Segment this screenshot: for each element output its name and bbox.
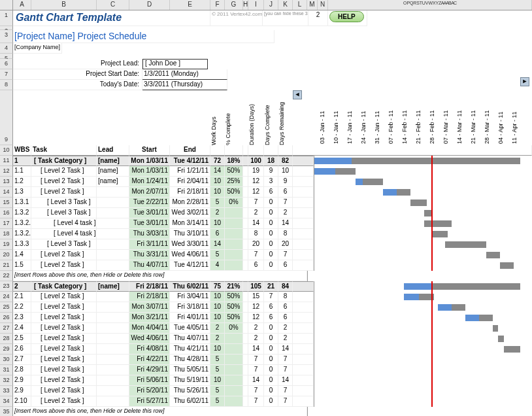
table-row[interactable]: 14 1.3 [ Level 2 Task ] Mon 2/07/11 Fri …: [0, 187, 532, 198]
col-A[interactable]: A: [13, 0, 31, 10]
gantt-bar: [500, 262, 514, 269]
project-start-value[interactable]: 1/3/2011 (Monday): [142, 69, 227, 80]
table-row[interactable]: 21 1.5 [ Level 2 Task ] Thu 4/07/11 Tue …: [0, 260, 532, 271]
date-header: 11 - Apr - 11: [511, 99, 525, 145]
help-button[interactable]: HELP: [329, 11, 364, 22]
project-lead-label: Project Lead:: [13, 59, 142, 69]
header-wbs: WBS: [13, 145, 31, 156]
gantt-bar: [410, 199, 427, 206]
today-line: [431, 355, 433, 365]
date-header: 28 - Feb - 11: [429, 99, 442, 145]
col-J[interactable]: J: [264, 0, 278, 10]
gantt-progress: [404, 283, 431, 290]
today-line: [431, 187, 433, 198]
col-E[interactable]: E: [170, 0, 210, 10]
date-header: 10 - Jan - 11: [333, 99, 346, 145]
date-header: 14 - Feb - 11: [401, 99, 415, 145]
table-row[interactable]: 31 2.8 [ Level 2 Task ] Fri 4/29/11 Thu …: [0, 365, 532, 375]
col-C[interactable]: C: [97, 0, 129, 10]
header-lead: Lead: [97, 145, 129, 156]
today-line: [431, 365, 433, 375]
project-start-label: Project Start Date:: [13, 69, 142, 80]
date-header: 07 - Feb - 11: [388, 99, 401, 145]
gantt-bar: [504, 346, 520, 353]
table-row[interactable]: 20 1.4 [ Level 2 Task ] Thu 3/31/11 Wed …: [0, 250, 532, 260]
page-title: Gantt Chart Template: [13, 10, 210, 26]
today-line: [431, 166, 433, 177]
today-line: [431, 396, 433, 407]
table-row[interactable]: 13 1.2 [ Level 2 Task ] [name] Mon 1/24/…: [0, 177, 532, 187]
project-lead-value[interactable]: [ John Doe ]: [142, 59, 208, 69]
table-row[interactable]: 33 2.9 [ Level 2 Task ] Fri 5/20/11 Thu …: [0, 386, 532, 396]
table-row[interactable]: 18 1.3.2.2 [ Level 4 task ] Thu 3/03/11 …: [0, 229, 532, 239]
gantt-progress: [404, 294, 419, 300]
table-row[interactable]: 19 1.3.3 [ Level 3 Task ] Fri 3/11/11 We…: [0, 239, 532, 250]
company-name: [Company Name]: [13, 43, 62, 54]
today-line: [431, 334, 433, 344]
today-line: [431, 375, 433, 386]
table-row[interactable]: 25 2.2 [ Level 2 Task ] Mon 3/07/11 Fri …: [0, 302, 532, 313]
today-line: [431, 198, 433, 208]
table-row[interactable]: 12 1.1 [ Level 2 Task ] [name] Mon 1/03/…: [0, 166, 532, 177]
gantt-bar: [424, 210, 431, 217]
scroll-left-icon[interactable]: ◄: [293, 90, 302, 99]
table-row[interactable]: 11 1 [ Task Category ] [name] Mon 1/03/1…: [0, 156, 532, 166]
table-row[interactable]: 27 2.4 [ Level 2 Task ] Mon 4/04/11 Tue …: [0, 323, 532, 334]
today-line: [431, 313, 433, 323]
col-N[interactable]: N: [318, 0, 328, 10]
header-start: Start: [129, 145, 170, 156]
col-H[interactable]: H: [243, 0, 248, 10]
col-B[interactable]: B: [31, 0, 97, 10]
col-M[interactable]: M: [307, 0, 318, 10]
hide-hint: [you can hide these 3 columns]: [263, 10, 308, 26]
today-line: [431, 344, 433, 355]
header-workdays: Work Days: [210, 99, 225, 145]
header-duration: Duration (Days): [248, 99, 264, 145]
gantt-bar: [424, 220, 452, 227]
today-value[interactable]: 3/3/2011 (Thursday): [142, 80, 227, 90]
gantt-progress: [314, 158, 352, 164]
table-row[interactable]: 34 2.10 [ Level 2 Task ] Fri 5/27/11 Thu…: [0, 396, 532, 407]
today-label: Today's Date:: [13, 80, 142, 90]
column-headers: A B C D E F G H I J K L M N O P Q R S T …: [0, 0, 532, 10]
today-line: [431, 229, 433, 239]
table-row[interactable]: 16 1.3.2 [ Level 3 Task ] Tue 3/01/11 We…: [0, 208, 532, 218]
date-header: 28 - Mar - 11: [484, 99, 497, 145]
table-row[interactable]: 23 2 [ Task Category ] [name] Fri 2/18/1…: [0, 281, 532, 292]
scroll-right-icon[interactable]: ►: [520, 77, 529, 86]
gantt-bar: [445, 241, 486, 248]
row-header[interactable]: 1: [0, 10, 13, 26]
table-row[interactable]: 30 2.7 [ Level 2 Task ] Fri 4/22/11 Thu …: [0, 355, 532, 365]
table-row[interactable]: 32 2.9 [ Level 2 Task ] Fri 5/06/11 Thu …: [0, 375, 532, 386]
col-D[interactable]: D: [129, 0, 170, 10]
col-I[interactable]: I: [248, 0, 264, 10]
today-line: [431, 323, 433, 334]
schedule-title: [Project Name] Project Schedule: [13, 30, 274, 43]
header-daysrem: Days Remaining: [278, 99, 293, 145]
table-row[interactable]: 26 2.3 [ Level 2 Task ] Mon 3/21/11 Fri …: [0, 313, 532, 323]
table-row[interactable]: 17 1.3.2.1 [ Level 4 task ] Tue 3/01/11 …: [0, 218, 532, 229]
gantt-progress: [465, 315, 479, 321]
gantt-bar: [431, 231, 448, 237]
today-line: [431, 208, 433, 218]
date-header: 07 - Mar - 11: [442, 99, 456, 145]
table-row[interactable]: 35 [Insert Rows above this one, then Hid…: [0, 407, 532, 416]
date-header: 21 - Feb - 11: [415, 99, 429, 145]
table-row[interactable]: 24 2.1 [ Level 2 Task ] Fri 2/18/11 Fri …: [0, 292, 532, 302]
col-L[interactable]: L: [293, 0, 307, 10]
col-G[interactable]: G: [225, 0, 243, 10]
today-line: [431, 239, 433, 250]
header-pct: % Complete: [225, 99, 243, 145]
today-line: [431, 302, 433, 313]
gantt-progress: [314, 168, 335, 175]
gantt-bar: [493, 325, 498, 332]
table-row[interactable]: 28 2.5 [ Level 2 Task ] Wed 4/06/11 Thu …: [0, 334, 532, 344]
today-line: [431, 177, 433, 187]
col-F[interactable]: F: [210, 0, 225, 10]
date-header: 17 - Jan - 11: [346, 99, 360, 145]
col-K[interactable]: K: [278, 0, 293, 10]
table-row[interactable]: 15 1.3.1 [ Level 3 Task ] Tue 2/22/11 Mo…: [0, 198, 532, 208]
table-row[interactable]: 29 2.6 [ Level 2 Task ] Fri 4/08/11 Thu …: [0, 344, 532, 355]
today-line: [431, 260, 433, 271]
table-row[interactable]: 22 [Insert Rows above this one, then Hid…: [0, 271, 532, 281]
